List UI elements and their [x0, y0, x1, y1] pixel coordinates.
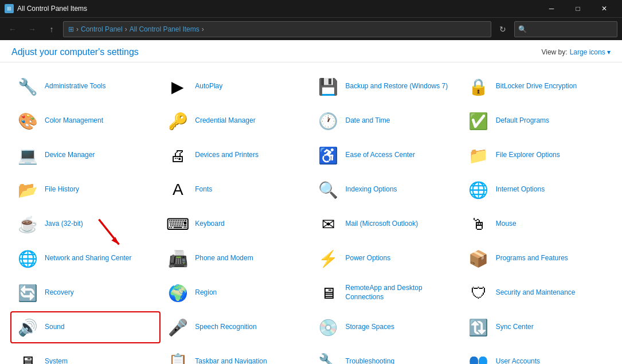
- credential-mgr-icon: 🔑: [166, 109, 189, 132]
- item-backup-restore[interactable]: 💾Backup and Restore (Windows 7): [312, 72, 460, 101]
- items-container[interactable]: 🔧Administrative Tools▶AutoPlay💾Backup an…: [0, 62, 622, 364]
- security-maintenance-icon: 🛡: [467, 281, 490, 304]
- item-sync-center[interactable]: 🔃Sync Center: [463, 312, 611, 342]
- credential-mgr-label[interactable]: Credential Manager: [195, 116, 255, 126]
- item-security-maintenance[interactable]: 🛡Security and Maintenance: [463, 278, 611, 308]
- item-indexing-opts[interactable]: 🔍Indexing Options: [312, 175, 460, 205]
- file-history-label[interactable]: File History: [45, 185, 79, 194]
- troubleshooting-label[interactable]: Troubleshooting: [346, 357, 395, 364]
- item-color-mgmt[interactable]: 🎨Color Management: [11, 106, 159, 136]
- breadcrumb-control-panel[interactable]: Control Panel: [81, 25, 123, 33]
- storage-spaces-label[interactable]: Storage Spaces: [346, 323, 394, 332]
- keyboard-icon: ⌨: [166, 213, 189, 236]
- item-network-sharing[interactable]: 🌐Network and Sharing Center: [11, 244, 159, 273]
- fonts-label[interactable]: Fonts: [195, 185, 212, 194]
- item-keyboard[interactable]: ⌨Keyboard: [162, 209, 310, 239]
- taskbar-nav-label[interactable]: Taskbar and Navigation: [195, 357, 267, 364]
- indexing-opts-label[interactable]: Indexing Options: [346, 185, 397, 194]
- programs-features-label[interactable]: Programs and Features: [496, 254, 568, 263]
- mouse-label[interactable]: Mouse: [496, 220, 517, 229]
- admin-tools-label[interactable]: Administrative Tools: [45, 82, 106, 91]
- item-file-explorer-opts[interactable]: 📁File Explorer Options: [463, 140, 611, 170]
- items-grid: 🔧Administrative Tools▶AutoPlay💾Backup an…: [11, 72, 611, 364]
- autoplay-label[interactable]: AutoPlay: [195, 82, 222, 91]
- region-label[interactable]: Region: [195, 288, 217, 298]
- power-opts-label[interactable]: Power Options: [346, 254, 391, 263]
- item-devices-printers[interactable]: 🖨Devices and Printers: [162, 140, 310, 170]
- search-box[interactable]: 🔍: [514, 21, 617, 37]
- item-file-history[interactable]: 📂File History: [11, 175, 159, 205]
- mail-outlook-label[interactable]: Mail (Microsoft Outlook): [346, 220, 418, 229]
- device-manager-label[interactable]: Device Manager: [45, 151, 95, 160]
- item-speech-recognition[interactable]: 🎤Speech Recognition: [162, 312, 310, 342]
- ease-access-label[interactable]: Ease of Access Center: [346, 151, 415, 160]
- internet-opts-label[interactable]: Internet Options: [496, 185, 545, 194]
- item-troubleshooting[interactable]: 🔧Troubleshooting: [312, 347, 460, 364]
- item-phone-modem[interactable]: 📠Phone and Modem: [162, 244, 310, 273]
- phone-modem-label[interactable]: Phone and Modem: [195, 254, 253, 263]
- system-label[interactable]: System: [45, 357, 68, 364]
- item-credential-mgr[interactable]: 🔑Credential Manager: [162, 106, 310, 136]
- default-programs-icon: ✅: [467, 109, 490, 132]
- item-mouse[interactable]: 🖱Mouse: [463, 209, 611, 239]
- bitlocker-label[interactable]: BitLocker Drive Encryption: [496, 82, 577, 91]
- view-by-control: View by: Large icons ▾: [541, 48, 611, 56]
- network-sharing-label[interactable]: Network and Sharing Center: [45, 254, 131, 263]
- item-bitlocker[interactable]: 🔒BitLocker Drive Encryption: [463, 72, 611, 101]
- recovery-label[interactable]: Recovery: [45, 288, 74, 298]
- item-autoplay[interactable]: ▶AutoPlay: [162, 72, 310, 101]
- bitlocker-icon: 🔒: [467, 75, 490, 98]
- keyboard-label[interactable]: Keyboard: [195, 220, 224, 229]
- adjust-settings-label: Adjust your computer's settings: [11, 47, 139, 57]
- speech-recognition-label[interactable]: Speech Recognition: [195, 323, 256, 332]
- item-fonts[interactable]: AFonts: [162, 175, 310, 205]
- item-date-time[interactable]: 🕐Date and Time: [312, 106, 460, 136]
- java-label[interactable]: Java (32-bit): [45, 220, 83, 229]
- maximize-button[interactable]: □: [565, 0, 591, 17]
- up-button[interactable]: ↑: [44, 21, 60, 37]
- item-default-programs[interactable]: ✅Default Programs: [463, 106, 611, 136]
- fonts-icon: A: [166, 178, 189, 201]
- address-path[interactable]: ⊞ › Control Panel › All Control Panel It…: [63, 21, 491, 37]
- taskbar-nav-icon: 📋: [166, 350, 189, 364]
- file-explorer-opts-label[interactable]: File Explorer Options: [496, 151, 560, 160]
- breadcrumb-all-items[interactable]: All Control Panel Items: [130, 25, 199, 33]
- item-internet-opts[interactable]: 🌐Internet Options: [463, 175, 611, 205]
- color-mgmt-label[interactable]: Color Management: [45, 116, 103, 126]
- item-java[interactable]: ☕Java (32-bit): [11, 209, 159, 239]
- devices-printers-label[interactable]: Devices and Printers: [195, 151, 259, 160]
- item-taskbar-nav[interactable]: 📋Taskbar and Navigation: [162, 347, 310, 364]
- backup-restore-label[interactable]: Backup and Restore (Windows 7): [346, 82, 448, 91]
- default-programs-label[interactable]: Default Programs: [496, 116, 549, 126]
- item-system[interactable]: 🖥System: [11, 347, 159, 364]
- date-time-label[interactable]: Date and Time: [346, 116, 390, 126]
- refresh-button[interactable]: ↻: [495, 21, 511, 37]
- security-maintenance-label[interactable]: Security and Maintenance: [496, 288, 576, 298]
- speech-recognition-icon: 🎤: [166, 316, 189, 339]
- item-recovery[interactable]: 🔄Recovery: [11, 278, 159, 308]
- minimize-button[interactable]: ─: [538, 0, 565, 17]
- user-accounts-label[interactable]: User Accounts: [496, 357, 540, 364]
- system-icon: 🖥: [16, 350, 39, 364]
- item-mail-outlook[interactable]: ✉Mail (Microsoft Outlook): [312, 209, 460, 239]
- autoplay-icon: ▶: [166, 75, 189, 98]
- item-user-accounts[interactable]: 👥User Accounts: [463, 347, 611, 364]
- item-sound[interactable]: 🔊Sound: [11, 312, 159, 342]
- breadcrumb-icon: ⊞: [68, 25, 74, 33]
- devices-printers-icon: 🖨: [166, 144, 189, 167]
- item-region[interactable]: 🌍Region: [162, 278, 310, 308]
- sync-center-label[interactable]: Sync Center: [496, 323, 534, 332]
- item-programs-features[interactable]: 📦Programs and Features: [463, 244, 611, 273]
- item-ease-access[interactable]: ♿Ease of Access Center: [312, 140, 460, 170]
- item-power-opts[interactable]: ⚡Power Options: [312, 244, 460, 273]
- item-remoteapp[interactable]: 🖥RemoteApp and Desktop Connections: [312, 278, 460, 308]
- view-by-dropdown[interactable]: Large icons ▾: [570, 48, 611, 56]
- close-button[interactable]: ✕: [591, 0, 617, 17]
- item-storage-spaces[interactable]: 💿Storage Spaces: [312, 312, 460, 342]
- forward-button[interactable]: →: [24, 21, 40, 37]
- sound-label[interactable]: Sound: [45, 323, 65, 332]
- remoteapp-label[interactable]: RemoteApp and Desktop Connections: [346, 284, 456, 302]
- back-button[interactable]: ←: [5, 21, 21, 37]
- item-admin-tools[interactable]: 🔧Administrative Tools: [11, 72, 159, 101]
- item-device-manager[interactable]: 💻Device Manager: [11, 140, 159, 170]
